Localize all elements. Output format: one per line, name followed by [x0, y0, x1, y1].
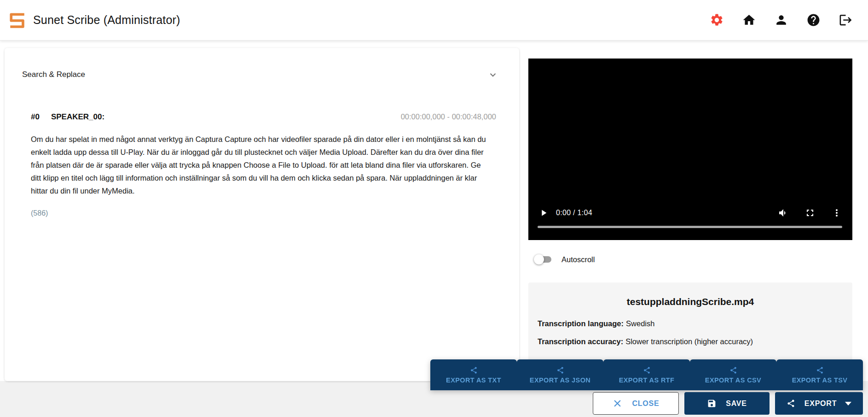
fullscreen-icon [804, 207, 816, 218]
export-as-rtf-label: EXPORT AS RTF [619, 376, 675, 384]
transcription-accuracy-line: Transcription accuracy:Slower transcript… [538, 337, 852, 346]
toggle-knob [534, 254, 544, 264]
transcription-language-line: Transcription language:Swedish [538, 319, 852, 328]
segment-speaker: SPEAKER_00: [51, 112, 104, 122]
close-button[interactable]: CLOSE [593, 392, 679, 415]
video-controls-right [778, 207, 842, 218]
caret-down-icon [845, 402, 851, 405]
video-more-button[interactable] [831, 207, 842, 218]
language-value: Swedish [626, 319, 654, 328]
export-button[interactable]: EXPORT [775, 392, 863, 415]
export-as-csv-button[interactable]: EXPORT AS CSV [690, 359, 776, 390]
chevron-down-icon [487, 69, 499, 81]
export-menu: EXPORT AS TXT EXPORT AS JSON EXPORT AS R… [430, 359, 863, 390]
volume-button[interactable] [778, 207, 789, 218]
close-label: CLOSE [632, 399, 659, 408]
export-as-csv-label: EXPORT AS CSV [705, 376, 761, 384]
fullscreen-button[interactable] [804, 207, 816, 218]
export-label: EXPORT [804, 399, 837, 408]
sunet-logo [7, 11, 27, 30]
save-icon [707, 399, 717, 408]
transcript-panel: Search & Replace #0 SPEAKER_00: 00:00:00… [5, 48, 519, 381]
play-button[interactable] [538, 208, 549, 218]
person-icon [774, 13, 788, 27]
export-as-json-label: EXPORT AS JSON [530, 376, 590, 384]
app-root: Sunet Scribe (Administrator) Search & Re… [0, 0, 868, 417]
accuracy-label: Transcription accuracy: [538, 337, 623, 346]
segment-index: #0 [31, 112, 40, 122]
video-time: 0:00 / 1:04 [556, 209, 592, 217]
segment-char-count: (586) [31, 209, 496, 217]
share-icon [729, 366, 737, 374]
help-icon [806, 13, 821, 27]
file-name: testuppladdningScribe.mp4 [528, 296, 852, 307]
settings-gear-icon [710, 13, 724, 27]
autoscroll-row: Autoscroll [534, 253, 595, 265]
share-icon [816, 366, 824, 374]
export-as-tsv-button[interactable]: EXPORT AS TSV [776, 359, 863, 390]
share-icon [470, 366, 478, 374]
logout-icon [839, 13, 853, 27]
help-button[interactable] [803, 10, 824, 31]
app-header: Sunet Scribe (Administrator) [0, 0, 868, 41]
export-as-rtf-button[interactable]: EXPORT AS RTF [603, 359, 690, 390]
close-icon [612, 398, 623, 409]
home-button[interactable] [738, 10, 759, 31]
export-as-txt-button[interactable]: EXPORT AS TXT [430, 359, 517, 390]
save-button[interactable]: SAVE [684, 392, 770, 415]
segment-timecode: 00:00:00,000 - 00:00:48,000 [401, 112, 496, 121]
autoscroll-label: Autoscroll [561, 255, 595, 264]
share-icon [643, 366, 651, 374]
video-player[interactable]: 0:00 / 1:04 [528, 59, 852, 240]
accuracy-value: Slower transcription (higher accuracy) [625, 337, 753, 346]
play-icon [538, 208, 549, 218]
autoscroll-toggle[interactable] [534, 253, 554, 265]
share-icon [556, 366, 564, 374]
language-label: Transcription language: [538, 319, 624, 328]
search-replace-label: Search & Replace [22, 70, 85, 79]
logout-button[interactable] [835, 10, 856, 31]
profile-button[interactable] [770, 10, 792, 31]
segment-header: #0 SPEAKER_00: 00:00:00,000 - 00:00:48,0… [31, 112, 496, 122]
settings-button[interactable] [706, 10, 727, 31]
home-icon [742, 13, 756, 27]
export-as-json-button[interactable]: EXPORT AS JSON [517, 359, 603, 390]
app-title: Sunet Scribe (Administrator) [33, 13, 180, 27]
segment-text[interactable]: Om du har spelat in med något annat verk… [31, 133, 492, 197]
export-as-tsv-label: EXPORT AS TSV [792, 376, 848, 384]
more-vert-icon [831, 207, 842, 218]
video-progress-bar[interactable] [538, 226, 842, 228]
transcript-segment[interactable]: #0 SPEAKER_00: 00:00:00,000 - 00:00:48,0… [31, 112, 496, 217]
save-label: SAVE [726, 399, 747, 408]
export-as-txt-label: EXPORT AS TXT [446, 376, 501, 384]
volume-icon [778, 207, 789, 218]
search-replace-accordion[interactable]: Search & Replace [22, 65, 499, 85]
share-icon [787, 399, 795, 408]
video-controls: 0:00 / 1:04 [528, 205, 852, 221]
